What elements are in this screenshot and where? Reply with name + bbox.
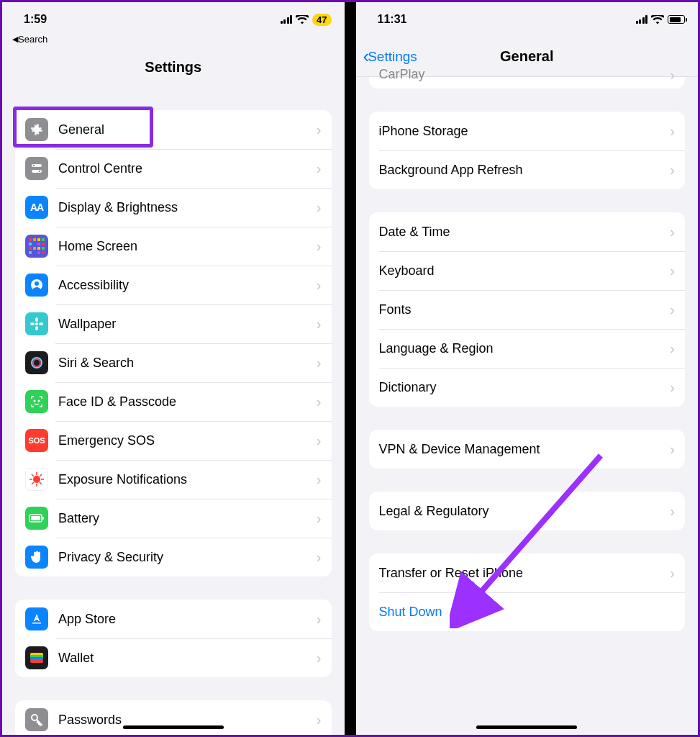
general-row-transfer-or-reset-iphone[interactable]: Transfer or Reset iPhone›: [369, 553, 686, 592]
image-divider: [345, 2, 356, 735]
gear-icon: [25, 118, 48, 141]
grid-icon: [25, 235, 48, 258]
clock: 1:59: [24, 13, 47, 26]
appstore-icon: [25, 607, 48, 630]
svg-point-9: [30, 322, 35, 325]
virus-icon: [25, 468, 48, 491]
row-label: iPhone Storage: [379, 124, 671, 139]
general-row-date-time[interactable]: Date & Time›: [369, 212, 686, 251]
svg-point-7: [35, 317, 38, 322]
settings-row-home-screen[interactable]: Home Screen›: [15, 227, 332, 266]
row-label: VPN & Device Management: [379, 442, 671, 457]
settings-row-wallet[interactable]: Wallet›: [15, 638, 332, 677]
general-list: CarPlay› iPhone Storage›Background App R…: [356, 67, 699, 660]
chevron-right-icon: ›: [317, 510, 322, 527]
settings-group-system: General›Control Centre›AADisplay & Brigh…: [15, 110, 332, 577]
svg-point-10: [39, 322, 43, 325]
page-title: Settings: [145, 59, 201, 76]
chevron-right-icon: ›: [317, 238, 322, 255]
svg-point-3: [39, 171, 40, 172]
cellular-signal-icon: [281, 15, 293, 24]
settings-row-emergency-sos[interactable]: SOSEmergency SOS›: [15, 421, 332, 460]
battery-icon: [668, 15, 685, 24]
general-group-reset: Transfer or Reset iPhone›Shut Down: [369, 553, 686, 631]
cellular-signal-icon: [636, 15, 648, 24]
svg-point-2: [33, 165, 35, 166]
general-group-vpn: VPN & Device Management›: [369, 430, 686, 469]
status-bar: 1:59 47: [2, 2, 345, 37]
chevron-right-icon: ›: [670, 162, 675, 178]
chevron-right-icon: ›: [670, 123, 675, 140]
chevron-right-icon: ›: [317, 650, 322, 666]
row-label: CarPlay: [379, 67, 671, 82]
general-row-vpn-device-management[interactable]: VPN & Device Management›: [369, 430, 686, 469]
settings-row-control-centre[interactable]: Control Centre›: [15, 149, 332, 188]
settings-row-passwords[interactable]: Passwords›: [15, 700, 332, 735]
row-label: Face ID & Passcode: [58, 394, 317, 410]
chevron-right-icon: ›: [670, 565, 675, 582]
wallet-icon: [25, 646, 48, 669]
general-row-shut-down[interactable]: Shut Down: [369, 592, 686, 631]
chevron-right-icon: ›: [317, 316, 322, 333]
general-row-language-region[interactable]: Language & Region›: [369, 329, 686, 368]
row-label: Fonts: [379, 302, 671, 317]
row-label: Display & Brightness: [58, 200, 317, 215]
clock: 11:31: [378, 13, 407, 26]
row-label: Dictionary: [379, 380, 671, 395]
settings-row-face-id-passcode[interactable]: Face ID & Passcode›: [15, 382, 332, 421]
chevron-right-icon: ›: [317, 160, 322, 177]
svg-point-15: [38, 400, 40, 402]
chevron-right-icon: ›: [317, 394, 322, 410]
back-triangle-icon: ◀: [12, 35, 18, 44]
row-label: Home Screen: [58, 239, 317, 254]
row-label: Accessibility: [58, 278, 317, 293]
settings-row-general[interactable]: General›: [15, 110, 332, 149]
right-phone-frame: 11:31 ‹ Settings General CarPlay› iPhone…: [356, 2, 699, 735]
battery-percent: 47: [312, 14, 331, 26]
row-label: Privacy & Security: [58, 550, 317, 565]
general-row-iphone-storage[interactable]: iPhone Storage›: [369, 112, 686, 150]
row-label: General: [58, 122, 317, 137]
row-label: App Store: [58, 612, 317, 627]
svg-line-21: [32, 474, 34, 476]
general-row-legal-regulatory[interactable]: Legal & Regulatory›: [369, 492, 686, 530]
back-to-search-link[interactable]: ◀ Search: [12, 34, 47, 45]
chevron-right-icon: ›: [317, 433, 322, 449]
general-row-keyboard[interactable]: Keyboard›: [369, 251, 686, 290]
general-row-dictionary[interactable]: Dictionary›: [369, 368, 686, 407]
row-label: Transfer or Reset iPhone: [379, 566, 671, 581]
nav-back-button[interactable]: ‹ Settings: [363, 45, 417, 68]
flower-icon: [25, 312, 48, 335]
chevron-right-icon: ›: [670, 67, 675, 83]
settings-row-exposure-notifications[interactable]: Exposure Notifications›: [15, 460, 332, 499]
settings-row-wallpaper[interactable]: Wallpaper›: [15, 304, 332, 343]
svg-line-22: [40, 482, 42, 484]
sos-icon: SOS: [25, 429, 48, 452]
settings-row-app-store[interactable]: App Store›: [15, 600, 332, 638]
svg-point-8: [35, 326, 38, 330]
row-label: Siri & Search: [58, 356, 317, 371]
general-row-background-app-refresh[interactable]: Background App Refresh›: [369, 150, 686, 189]
chevron-right-icon: ›: [317, 355, 322, 371]
chevron-right-icon: ›: [670, 379, 675, 396]
svg-point-6: [35, 322, 38, 325]
svg-point-11: [28, 354, 45, 371]
row-label: Control Centre: [58, 161, 317, 176]
chevron-right-icon: ›: [670, 441, 675, 458]
left-phone-frame: 1:59 47 ◀ Search Settings General›Contro…: [2, 2, 345, 735]
settings-row-display-brightness[interactable]: AADisplay & Brightness›: [15, 188, 332, 227]
chevron-right-icon: ›: [670, 302, 675, 318]
general-row-carplay[interactable]: CarPlay›: [369, 67, 686, 89]
wifi-icon: [651, 15, 664, 24]
svg-rect-27: [42, 517, 44, 520]
row-label: Battery: [58, 511, 317, 526]
settings-row-battery[interactable]: Battery›: [15, 499, 332, 538]
row-label: Shut Down: [379, 605, 676, 620]
settings-row-siri-search[interactable]: Siri & Search›: [15, 343, 332, 382]
general-row-fonts[interactable]: Fonts›: [369, 290, 686, 329]
settings-row-privacy-security[interactable]: Privacy & Security›: [15, 538, 332, 577]
row-label: Emergency SOS: [58, 433, 317, 448]
settings-row-accessibility[interactable]: Accessibility›: [15, 266, 332, 304]
toggles-icon: [25, 157, 48, 180]
row-label: Keyboard: [379, 263, 671, 279]
